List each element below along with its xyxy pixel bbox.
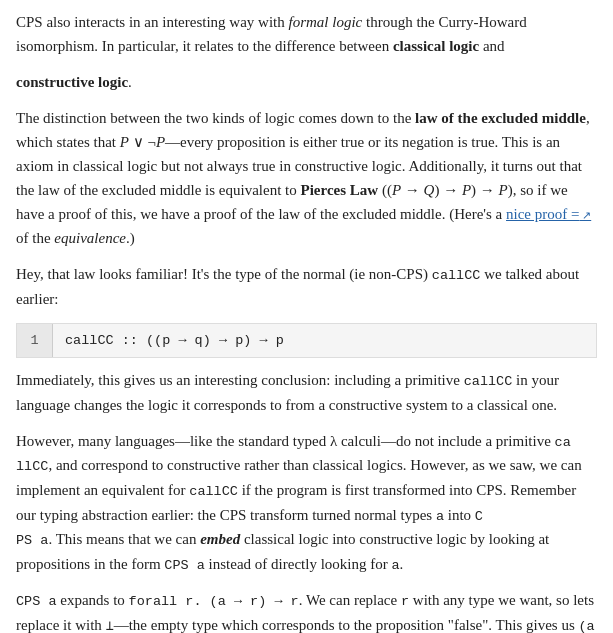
text: The distinction between the two kinds of…: [16, 110, 415, 126]
text: .: [128, 74, 132, 90]
cps-a-code: C: [475, 509, 483, 524]
text: . We can replace: [299, 592, 401, 608]
code-text: callCC :: ((p → q) → p) → p: [65, 333, 284, 348]
math-p3: P: [462, 182, 471, 198]
text: ∨ ¬: [129, 134, 156, 150]
text: CPS also interacts in an interesting way…: [16, 14, 288, 30]
classical-logic-bold: classical logic: [393, 38, 479, 54]
text: . This means that we can: [48, 531, 200, 547]
callcc-code-3: ca: [555, 435, 571, 450]
text: Immediately, this gives us an interestin…: [16, 372, 464, 388]
callcc-code-3b: llCC: [16, 459, 48, 474]
paragraph-3: Hey, that law looks familiar! It's the t…: [16, 262, 597, 311]
paragraph-2: The distinction between the two kinds of…: [16, 106, 597, 250]
math-q: Q: [424, 182, 435, 198]
text: expands to: [57, 592, 129, 608]
text: Hey, that law looks familiar! It's the t…: [16, 266, 432, 282]
text: ) →: [434, 182, 462, 198]
paragraph-4: Immediately, this gives us an interestin…: [16, 368, 597, 417]
forall-code: forall r. (a → r) → r: [129, 594, 299, 609]
bottom-code: ⊥: [106, 619, 114, 633]
code-content: callCC :: ((p → q) → p) → p: [53, 324, 296, 358]
math-p2: P: [156, 134, 165, 150]
text: instead of directly looking for: [205, 556, 392, 572]
line-number: 1: [17, 324, 53, 358]
r-code: r: [401, 594, 409, 609]
text: into: [444, 507, 475, 523]
text: of the: [16, 230, 54, 246]
embed-bold-italic: embed: [200, 531, 240, 547]
a-code: a: [436, 509, 444, 524]
text: .: [400, 556, 404, 572]
equivalence-italic: equivalence: [54, 230, 126, 246]
callcc-code-inline: callCC: [432, 268, 481, 283]
text: .): [126, 230, 135, 246]
cps-a-code-2: PS a: [16, 533, 48, 548]
callcc-code-4: callCC: [189, 484, 238, 499]
cps-a-code-4: CPS a: [16, 594, 57, 609]
nice-proof-link[interactable]: nice proof =: [506, 206, 591, 222]
a-code-2: a: [391, 558, 399, 573]
math-p: P: [392, 182, 401, 198]
text: and: [479, 38, 504, 54]
text: ((: [378, 182, 392, 198]
paragraph-6: CPS a expands to forall r. (a → r) → r. …: [16, 588, 597, 633]
paragraph-1: CPS also interacts in an interesting way…: [16, 10, 597, 58]
math-p4: P: [499, 182, 508, 198]
text: —the empty type which corresponds to the…: [114, 617, 579, 633]
code-block: 1 callCC :: ((p → q) → p) → p: [16, 323, 597, 359]
cps-a-code-3: CPS a: [164, 558, 205, 573]
paragraph-5: However, many languages—like the standar…: [16, 429, 597, 577]
law-excluded-middle-bold: law of the excluded middle: [415, 110, 586, 126]
line-number-text: 1: [30, 330, 38, 352]
math-p-or-not-p: P: [120, 134, 129, 150]
text: However, many languages—like the standar…: [16, 433, 555, 449]
text: →: [401, 182, 424, 198]
pierces-law-bold: Pierces Law: [301, 182, 379, 198]
formal-logic-italic: formal logic: [288, 14, 362, 30]
text: ) →: [471, 182, 499, 198]
callcc-code-2: callCC: [464, 374, 513, 389]
constructive-logic-bold: constructive logic.: [16, 70, 597, 94]
